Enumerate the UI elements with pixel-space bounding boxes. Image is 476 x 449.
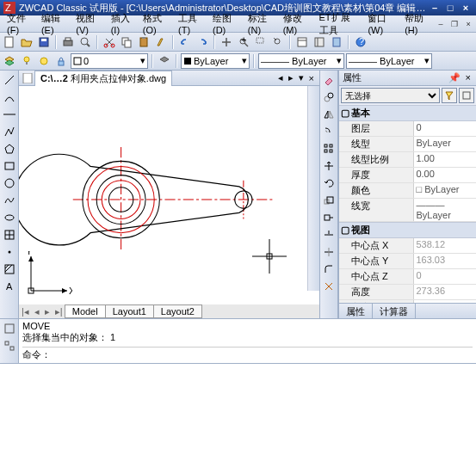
freeze-icon[interactable]	[36, 53, 52, 69]
fillet-tool[interactable]	[321, 261, 337, 277]
prop-value[interactable]: ——— ByLayer	[414, 199, 476, 221]
command-prompt[interactable]: 命令：	[22, 347, 473, 361]
tab-nav-last[interactable]: ▸|	[53, 306, 65, 317]
circle-tool[interactable]	[2, 175, 17, 191]
tab-nav-first[interactable]: |◂	[19, 306, 32, 317]
lightbulb-icon[interactable]	[19, 53, 34, 69]
doc-minimize-button[interactable]: –	[435, 18, 447, 30]
save-button[interactable]	[36, 34, 52, 50]
extend-tool[interactable]	[321, 244, 337, 260]
props-tab-calculator[interactable]: 计算器	[373, 304, 416, 318]
spline-tool[interactable]	[2, 193, 17, 208]
menu-tools[interactable]: 工具(T)	[173, 10, 207, 37]
menu-edit[interactable]: 编辑(E)	[36, 10, 71, 37]
menu-modify[interactable]: 修改(M)	[278, 10, 314, 37]
menu-view[interactable]: 视图(V)	[71, 10, 105, 37]
lineweight-combo[interactable]: ——— ByLayer▾	[346, 53, 432, 69]
close-button[interactable]: ×	[459, 2, 473, 14]
match-button[interactable]	[153, 34, 169, 50]
prop-value[interactable]: 1.00	[414, 152, 476, 167]
zoom-realtime-button[interactable]: +	[236, 34, 251, 50]
xline-tool[interactable]	[2, 107, 17, 122]
explode-tool[interactable]	[321, 279, 337, 294]
redo-button[interactable]	[195, 34, 210, 50]
prop-value[interactable]: 0	[414, 121, 476, 136]
doc-restore-button[interactable]: ❐	[448, 18, 461, 30]
menu-draw[interactable]: 绘图(D)	[207, 10, 243, 37]
tab-dropdown-icon[interactable]: ▾	[297, 72, 306, 83]
menu-help[interactable]: 帮助(H)	[399, 10, 435, 37]
doc-tab[interactable]: C:\…2 利用夹点拉伸对象.dwg	[34, 71, 172, 86]
tab-nav-next[interactable]: ▸	[42, 306, 53, 317]
polyline-tool[interactable]	[2, 124, 17, 139]
doc-close-button[interactable]: ×	[462, 18, 474, 30]
print-button[interactable]	[60, 34, 76, 50]
mirror-tool[interactable]	[321, 107, 337, 122]
layer-combo[interactable]: 0 ▾	[71, 53, 148, 69]
maximize-button[interactable]: □	[443, 2, 457, 14]
cut-button[interactable]	[102, 34, 117, 50]
props-close-icon[interactable]: ×	[464, 72, 473, 83]
zoom-window-button[interactable]	[253, 34, 269, 50]
layer-prev-button[interactable]	[157, 53, 172, 69]
designcenter-button[interactable]	[312, 34, 327, 50]
lock-icon[interactable]	[53, 53, 69, 69]
menu-format[interactable]: 格式(O)	[138, 10, 173, 37]
stretch-tool[interactable]	[321, 210, 337, 225]
rectangle-tool[interactable]	[2, 158, 17, 174]
props-pin-icon[interactable]: 📌	[447, 72, 462, 83]
pickadd-button[interactable]	[459, 88, 474, 103]
cmd-tool-2[interactable]	[2, 338, 17, 354]
block-tool[interactable]	[2, 227, 17, 243]
pan-button[interactable]	[219, 34, 234, 50]
collapse-icon[interactable]: ▢	[341, 224, 349, 236]
hatch-tool[interactable]	[2, 261, 17, 277]
paste-button[interactable]	[136, 34, 151, 50]
zoom-previous-button[interactable]	[270, 34, 286, 50]
layer-manager-button[interactable]	[2, 53, 17, 69]
prop-value[interactable]: □ ByLayer	[414, 183, 476, 198]
polygon-tool[interactable]	[2, 141, 17, 157]
copy-button[interactable]	[119, 34, 134, 50]
command-history[interactable]: MOVE 选择集当中的对象： 1 命令：	[19, 319, 476, 363]
rotate-tool[interactable]	[321, 175, 337, 191]
array-tool[interactable]	[321, 141, 337, 157]
collapse-icon[interactable]: ▢	[341, 108, 349, 119]
preview-button[interactable]	[77, 34, 93, 50]
props-tab-properties[interactable]: 属性	[339, 304, 373, 318]
selection-combo[interactable]: 无选择	[341, 88, 440, 103]
properties-button[interactable]	[294, 34, 310, 50]
tab-close-icon[interactable]: ×	[307, 73, 316, 83]
arc-tool[interactable]	[2, 89, 17, 105]
drawing-canvas[interactable]: X Y	[19, 86, 319, 304]
linetype-combo[interactable]: ——— ByLayer▾	[258, 53, 344, 69]
copy-obj-tool[interactable]	[321, 89, 337, 105]
move-tool[interactable]	[321, 158, 337, 174]
open-button[interactable]	[19, 34, 34, 50]
undo-button[interactable]	[177, 34, 193, 50]
layout1-tab[interactable]: Layout1	[105, 304, 154, 318]
erase-tool[interactable]	[321, 72, 337, 88]
prop-value[interactable]: 273.36	[414, 285, 476, 299]
menu-window[interactable]: 窗口(W)	[362, 10, 399, 37]
menu-insert[interactable]: 插入(I)	[106, 10, 138, 37]
trim-tool[interactable]	[321, 227, 337, 243]
vertical-scrollbar[interactable]	[307, 86, 319, 291]
tab-next-icon[interactable]: ▸	[287, 72, 295, 83]
prop-value[interactable]: 163.03	[414, 254, 476, 268]
new-button[interactable]	[2, 34, 17, 50]
prop-value[interactable]: 538.12	[414, 238, 476, 253]
layout2-tab[interactable]: Layout2	[153, 304, 202, 318]
tab-nav-prev[interactable]: ◂	[32, 306, 42, 317]
prop-value[interactable]: 0	[414, 269, 476, 284]
tab-prev-icon[interactable]: ◂	[276, 72, 285, 83]
model-tab[interactable]: Model	[65, 304, 106, 318]
help-button[interactable]: ?	[353, 34, 368, 50]
ellipse-tool[interactable]	[2, 210, 17, 225]
text-tool[interactable]: A	[2, 279, 17, 294]
menu-dimension[interactable]: 标注(N)	[243, 10, 278, 37]
offset-tool[interactable]	[321, 124, 337, 139]
line-tool[interactable]	[2, 72, 17, 88]
color-combo[interactable]: ByLayer ▾	[181, 53, 250, 69]
cmd-tool-1[interactable]	[2, 321, 17, 336]
